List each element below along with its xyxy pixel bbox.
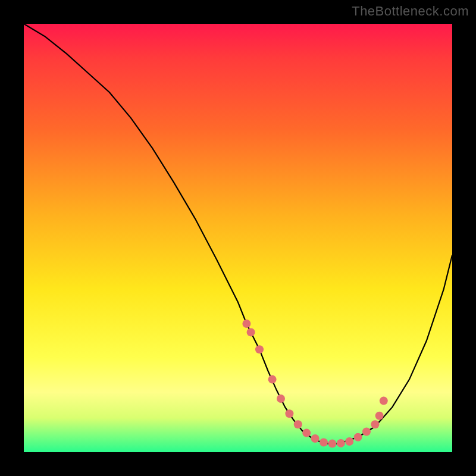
highlight-dot — [247, 328, 255, 336]
bottleneck-curve — [24, 24, 452, 444]
watermark-text: TheBottleneck.com — [352, 4, 469, 19]
highlight-dot — [337, 439, 345, 447]
chart-root: TheBottleneck.com — [0, 0, 476, 476]
highlight-dot — [371, 420, 379, 428]
highlight-dot — [268, 375, 277, 384]
highlight-dot — [362, 427, 371, 436]
highlight-dot — [320, 438, 328, 446]
curve-svg — [24, 24, 452, 452]
highlight-dot — [354, 433, 362, 441]
highlight-dot — [294, 420, 302, 428]
highlight-dot — [285, 409, 293, 418]
plot-area — [24, 24, 452, 452]
highlight-dots-group — [242, 320, 387, 448]
highlight-dot — [277, 394, 285, 403]
highlight-dot — [242, 320, 250, 328]
highlight-dot — [380, 397, 388, 405]
highlight-dot — [375, 412, 384, 420]
highlight-dot — [302, 429, 311, 437]
highlight-dot — [255, 345, 264, 353]
highlight-dot — [311, 434, 320, 443]
highlight-dot — [328, 440, 336, 448]
highlight-dot — [345, 437, 353, 446]
